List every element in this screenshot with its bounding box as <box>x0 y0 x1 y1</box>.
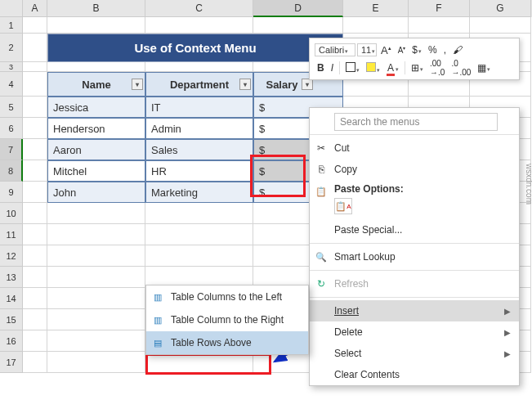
increase-font-button[interactable]: A▴ <box>378 44 394 56</box>
menu-delete[interactable]: Delete▶ <box>310 321 519 343</box>
row-head-13[interactable]: 13 <box>0 267 23 288</box>
font-selector[interactable]: Calibri▾ <box>315 43 355 56</box>
row-head-1[interactable]: 1 <box>0 17 23 34</box>
increase-decimal-button[interactable]: .0→.00 <box>449 59 473 77</box>
bold-button[interactable]: B <box>315 62 327 74</box>
row-head-7[interactable]: 7 <box>0 139 23 160</box>
table-cell-dept[interactable]: Sales <box>145 139 253 160</box>
cell[interactable] <box>47 245 145 267</box>
cell[interactable] <box>23 118 47 139</box>
cell[interactable] <box>23 72 47 97</box>
table-cell-name[interactable]: Jessica <box>47 97 145 118</box>
col-head-F[interactable]: F <box>409 0 470 17</box>
cell[interactable] <box>23 160 47 182</box>
cell[interactable] <box>145 62 253 72</box>
row-head-9[interactable]: 9 <box>0 182 23 203</box>
decrease-decimal-button[interactable]: .00→.0 <box>427 59 447 77</box>
cell[interactable] <box>343 17 409 34</box>
cell[interactable] <box>145 224 253 245</box>
cell[interactable] <box>47 288 145 309</box>
title-cell[interactable]: Use of Context Menu <box>47 34 343 62</box>
menu-clear-contents[interactable]: Clear Contents <box>310 364 519 385</box>
comma-format-button[interactable]: , <box>441 44 449 56</box>
cell[interactable] <box>23 330 47 352</box>
cell[interactable] <box>23 245 47 267</box>
table-cell-dept[interactable]: Admin <box>145 118 253 139</box>
row-head-2[interactable]: 2 <box>0 34 23 62</box>
cell[interactable] <box>23 224 47 245</box>
table-cell-name[interactable]: John <box>47 182 145 203</box>
paste-option-button[interactable]: 📋A <box>334 198 352 214</box>
decrease-font-button[interactable]: A▾ <box>396 45 409 55</box>
table-cell-name[interactable]: Henderson <box>47 118 145 139</box>
row-head-16[interactable]: 16 <box>0 330 23 352</box>
menu-paste-special[interactable]: Paste Special... <box>310 219 519 240</box>
submenu-rows-above[interactable]: Table Rows Above <box>146 331 308 354</box>
col-head-A[interactable]: A <box>23 0 47 17</box>
table-cell-name[interactable]: Mitchel <box>47 160 145 182</box>
menu-refresh[interactable]: Refresh <box>310 273 519 294</box>
row-head-14[interactable]: 14 <box>0 288 23 309</box>
col-head-C[interactable]: C <box>145 0 253 17</box>
font-size-selector[interactable]: 11▾ <box>357 43 377 56</box>
filter-button[interactable]: ▾ <box>132 79 143 90</box>
submenu-cols-right[interactable]: Table Column to the Right <box>146 308 308 331</box>
cell[interactable] <box>145 245 253 267</box>
row-head-3[interactable]: 3 <box>0 62 23 72</box>
cell[interactable] <box>23 139 47 160</box>
row-head-4[interactable]: 4 <box>0 72 23 97</box>
table-cell-dept[interactable]: IT <box>145 97 253 118</box>
col-head-E[interactable]: E <box>343 0 409 17</box>
select-all-corner[interactable] <box>0 0 23 17</box>
cell[interactable] <box>23 34 47 62</box>
cell[interactable] <box>47 62 145 72</box>
cell[interactable] <box>47 352 145 373</box>
col-head-D[interactable]: D <box>253 0 343 17</box>
menu-select[interactable]: Select▶ <box>310 343 519 364</box>
search-menus-input[interactable]: Search the menus <box>334 113 498 131</box>
cell[interactable] <box>23 352 47 373</box>
table-header-dept[interactable]: Department▾ <box>145 72 253 97</box>
accounting-format-button[interactable]: $▾ <box>409 44 424 56</box>
row-head-5[interactable]: 5 <box>0 97 23 118</box>
row-head-12[interactable]: 12 <box>0 245 23 267</box>
cell[interactable] <box>47 224 145 245</box>
borders-button[interactable]: ▾ <box>343 62 362 74</box>
cell[interactable] <box>23 62 47 72</box>
cell[interactable] <box>47 203 145 224</box>
cell[interactable] <box>23 267 47 288</box>
menu-cut[interactable]: Cut <box>310 137 519 159</box>
row-head-15[interactable]: 15 <box>0 309 23 330</box>
italic-button[interactable]: I <box>329 62 336 74</box>
cell[interactable] <box>23 182 47 203</box>
font-color-button[interactable]: A▾ <box>384 62 401 74</box>
format-painter-button[interactable]: 🖌 <box>450 44 465 56</box>
menu-copy[interactable]: Copy <box>310 159 519 180</box>
row-head-17[interactable]: 17 <box>0 352 23 373</box>
cell[interactable] <box>47 330 145 352</box>
filter-button[interactable]: ▾ <box>239 79 251 90</box>
cell[interactable] <box>23 288 47 309</box>
row-head-10[interactable]: 10 <box>0 203 23 224</box>
cell[interactable] <box>47 17 145 34</box>
submenu-cols-left[interactable]: Table Columns to the Left <box>146 285 308 308</box>
table-header-name[interactable]: Name▾ <box>47 72 145 97</box>
row-head-8[interactable]: 8 <box>0 160 23 182</box>
col-head-G[interactable]: G <box>470 0 531 17</box>
table-cell-dept[interactable]: HR <box>145 160 253 182</box>
col-head-B[interactable]: B <box>47 0 145 17</box>
cell[interactable] <box>47 309 145 330</box>
menu-smart-lookup[interactable]: Smart Lookup <box>310 246 519 267</box>
conditional-format-button[interactable]: ▦▾ <box>475 62 493 74</box>
cell[interactable] <box>23 17 47 34</box>
cell[interactable] <box>23 203 47 224</box>
cell[interactable] <box>23 309 47 330</box>
percent-format-button[interactable]: % <box>426 44 440 56</box>
cell[interactable] <box>47 267 145 288</box>
cell[interactable] <box>409 17 470 34</box>
menu-insert[interactable]: Insert▶ <box>310 300 519 321</box>
cell[interactable] <box>253 17 343 34</box>
cell[interactable] <box>145 17 253 34</box>
fill-color-button[interactable]: ▾ <box>364 62 382 74</box>
merge-center-button[interactable]: ⊞▾ <box>409 62 426 74</box>
